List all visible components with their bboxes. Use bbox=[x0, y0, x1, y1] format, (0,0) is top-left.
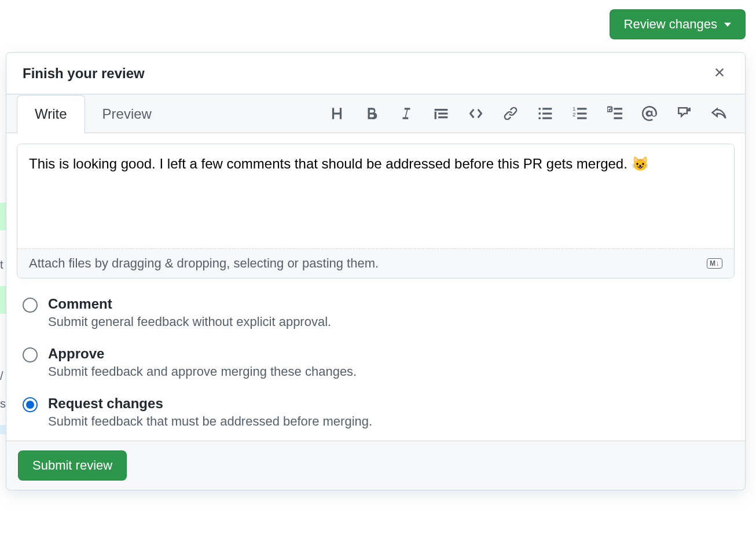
editor-area: Attach files by dragging & dropping, sel… bbox=[6, 133, 745, 289]
option-request-changes-label: Request changes bbox=[48, 395, 372, 412]
bold-button[interactable] bbox=[362, 104, 381, 123]
review-modal: Finish your review Write Preview 12 bbox=[6, 52, 746, 490]
cross-reference-icon bbox=[677, 106, 692, 121]
caret-down-icon bbox=[724, 23, 731, 27]
comment-textarea[interactable] bbox=[17, 144, 734, 248]
code-icon bbox=[468, 106, 483, 121]
radio-approve[interactable] bbox=[23, 347, 38, 362]
radio-comment[interactable] bbox=[23, 298, 38, 313]
editor-tabs: Write Preview bbox=[17, 94, 169, 133]
modal-title: Finish your review bbox=[23, 65, 145, 82]
close-icon bbox=[713, 65, 726, 79]
svg-point-1 bbox=[538, 112, 541, 115]
reply-icon bbox=[711, 106, 726, 121]
svg-text:2: 2 bbox=[572, 111, 575, 118]
ordered-list-button[interactable]: 12 bbox=[570, 104, 590, 123]
option-request-changes-desc: Submit feedback that must be addressed b… bbox=[48, 414, 372, 429]
review-options: Comment Submit general feedback without … bbox=[6, 289, 745, 441]
option-approve-label: Approve bbox=[48, 346, 357, 362]
option-approve[interactable]: Approve Submit feedback and approve merg… bbox=[23, 346, 729, 379]
link-button[interactable] bbox=[501, 104, 520, 123]
attach-row[interactable]: Attach files by dragging & dropping, sel… bbox=[17, 248, 734, 278]
comment-field-wrap: Attach files by dragging & dropping, sel… bbox=[17, 144, 735, 279]
markdown-toolbar: 12 bbox=[327, 104, 735, 123]
modal-footer: Submit review bbox=[6, 441, 745, 490]
modal-header: Finish your review bbox=[6, 53, 745, 94]
review-changes-button[interactable]: Review changes bbox=[610, 9, 746, 39]
option-comment[interactable]: Comment Submit general feedback without … bbox=[23, 296, 729, 329]
mention-button[interactable] bbox=[640, 104, 659, 123]
tab-preview[interactable]: Preview bbox=[85, 95, 169, 133]
diff-gutter: t / s bbox=[0, 203, 6, 434]
cross-reference-button[interactable] bbox=[674, 104, 694, 123]
review-changes-label: Review changes bbox=[624, 17, 717, 32]
reply-button[interactable] bbox=[709, 104, 729, 123]
unordered-list-button[interactable] bbox=[535, 104, 555, 123]
attach-hint: Attach files by dragging & dropping, sel… bbox=[29, 256, 379, 271]
mention-icon bbox=[642, 106, 657, 121]
italic-icon bbox=[399, 106, 414, 121]
option-comment-desc: Submit general feedback without explicit… bbox=[48, 314, 331, 329]
italic-button[interactable] bbox=[397, 104, 416, 123]
svg-point-2 bbox=[538, 117, 541, 119]
heading-button[interactable] bbox=[327, 104, 347, 123]
list-bullet-icon bbox=[538, 106, 553, 121]
bold-icon bbox=[364, 106, 379, 121]
option-request-changes[interactable]: Request changes Submit feedback that mus… bbox=[23, 395, 729, 429]
code-button[interactable] bbox=[466, 104, 486, 123]
close-button[interactable] bbox=[710, 63, 729, 83]
option-approve-desc: Submit feedback and approve merging thes… bbox=[48, 364, 357, 379]
tab-write[interactable]: Write bbox=[17, 95, 85, 133]
link-icon bbox=[503, 106, 518, 121]
tasklist-icon bbox=[607, 106, 622, 121]
radio-request-changes[interactable] bbox=[23, 397, 38, 412]
task-list-button[interactable] bbox=[605, 104, 625, 123]
heading-icon bbox=[329, 106, 344, 121]
option-comment-label: Comment bbox=[48, 296, 331, 312]
editor-toolbar-row: Write Preview 12 bbox=[6, 94, 745, 133]
submit-review-button[interactable]: Submit review bbox=[18, 450, 127, 481]
list-numbered-icon: 12 bbox=[572, 106, 588, 121]
markdown-icon[interactable]: M↓ bbox=[707, 258, 722, 269]
quote-icon bbox=[434, 106, 449, 121]
quote-button[interactable] bbox=[431, 104, 451, 123]
svg-point-0 bbox=[538, 108, 541, 110]
